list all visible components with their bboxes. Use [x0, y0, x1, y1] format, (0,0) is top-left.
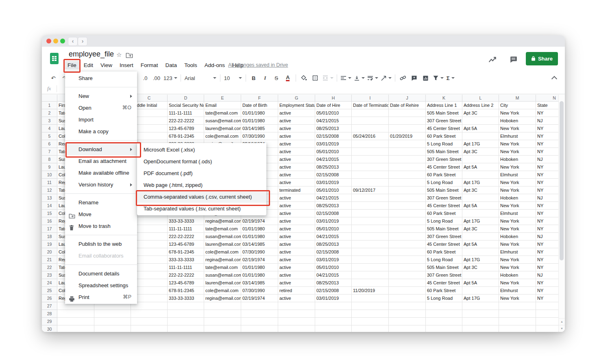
cell-d18[interactable]: 222-22-2222	[168, 233, 204, 240]
cell-l11[interactable]: Apt 17G	[462, 179, 499, 186]
cell-e28[interactable]	[204, 310, 241, 318]
cell-h11[interactable]: 03/01/2019	[315, 179, 352, 186]
cell-k4[interactable]: 45 Center Street	[426, 125, 462, 132]
cell-e20[interactable]: cole@email.com	[204, 248, 241, 256]
cell-k13[interactable]: 307 Green Street	[426, 194, 462, 202]
font-size-select[interactable]: 10	[222, 75, 244, 81]
google-sheets-icon[interactable]	[50, 53, 59, 64]
cell-h21[interactable]: 03/01/2019	[315, 256, 352, 264]
cell-m15[interactable]: Elmhurst	[499, 210, 536, 217]
cell-m2[interactable]: New York	[499, 109, 536, 117]
cell-g22[interactable]: active	[278, 264, 315, 271]
cell-n28[interactable]	[536, 310, 559, 318]
cell-g3[interactable]: active	[278, 117, 315, 125]
cell-m25[interactable]: Elmhurst	[499, 287, 536, 295]
cell-d21[interactable]: 333-33-3333	[168, 256, 204, 264]
cell-j15[interactable]	[389, 210, 426, 217]
cell-g2[interactable]: active	[278, 109, 315, 117]
cell-k8[interactable]: 307 Green Street	[426, 156, 462, 163]
cell-e27[interactable]	[204, 302, 241, 310]
cell-h7[interactable]: 05/01/2010	[315, 148, 352, 156]
cell-k2[interactable]: 505 Main Street	[426, 109, 462, 117]
cell-l22[interactable]: Apt 3C	[462, 264, 499, 271]
cell-l29[interactable]	[462, 318, 499, 325]
cell-j24[interactable]	[389, 279, 426, 287]
cell-m23[interactable]: Hoboken	[499, 271, 536, 279]
row-header-17[interactable]: 17	[42, 225, 57, 233]
cell-h15[interactable]: 02/15/2008	[315, 210, 352, 217]
bold-button[interactable]: B	[249, 74, 258, 82]
comment-history-icon[interactable]	[510, 56, 517, 65]
cell-e21[interactable]: regina@email.com	[204, 256, 241, 264]
cell-j12[interactable]	[389, 186, 426, 194]
cell-n30[interactable]	[536, 325, 559, 332]
explore-insights-icon[interactable]	[488, 56, 497, 65]
cell-g26[interactable]: active	[278, 295, 315, 302]
row-header-20[interactable]: 20	[42, 248, 57, 256]
text-color-button[interactable]: A	[283, 74, 292, 82]
document-title[interactable]: employee_file	[69, 50, 114, 58]
cell-d17[interactable]: 111-11-1111	[168, 225, 204, 233]
cell-l25[interactable]	[462, 287, 499, 295]
cell-k30[interactable]	[426, 325, 462, 332]
cell-g14[interactable]: active	[278, 202, 315, 210]
row-header-10[interactable]: 10	[42, 171, 57, 179]
cell-f4[interactable]: 03/14/1985	[241, 125, 278, 132]
cell-n11[interactable]: NY	[536, 179, 559, 186]
cell-g8[interactable]: active	[278, 156, 315, 163]
cell-k1[interactable]: Address Line 1	[426, 102, 462, 109]
cell-l5[interactable]	[462, 132, 499, 140]
cell-l21[interactable]: Apt 17G	[462, 256, 499, 264]
row-header-13[interactable]: 13	[42, 194, 57, 202]
number-format-button[interactable]: 123	[163, 74, 177, 82]
file-menu-item-move[interactable]: Move	[65, 208, 137, 220]
column-header-g[interactable]: G	[278, 95, 315, 102]
cell-h19[interactable]: 08/25/2013	[315, 240, 352, 248]
download-submenu-item-microsoft-excel-xlsx[interactable]: Microsoft Excel (.xlsx)	[137, 144, 266, 156]
cell-e16[interactable]: regina@email.com	[204, 217, 241, 225]
cell-h12[interactable]: 05/01/2010	[315, 186, 352, 194]
cell-m12[interactable]: New York	[499, 186, 536, 194]
cell-i25[interactable]: 11/20/2019	[352, 287, 389, 295]
file-menu-item-open[interactable]: Open⌘O	[65, 102, 137, 114]
cell-j3[interactable]	[389, 117, 426, 125]
cell-g15[interactable]: active	[278, 210, 315, 217]
cell-e3[interactable]: susan@email.com	[204, 117, 241, 125]
cell-k16[interactable]: 5 Long Road	[426, 217, 462, 225]
cell-n14[interactable]: NY	[536, 202, 559, 210]
cell-j13[interactable]	[389, 194, 426, 202]
cell-j17[interactable]	[389, 225, 426, 233]
file-menu-item-email-as-attachment[interactable]: Email as attachment	[65, 155, 137, 167]
cell-d25[interactable]: 678-91-2345	[168, 287, 204, 295]
functions-button[interactable]: Σ	[446, 74, 455, 82]
cell-l6[interactable]: Apt 17G	[462, 140, 499, 148]
cell-n13[interactable]: NJ	[536, 194, 559, 202]
cell-l28[interactable]	[462, 310, 499, 318]
cell-h8[interactable]: 04/21/2015	[315, 156, 352, 163]
cell-d5[interactable]: 678-91-2345	[168, 132, 204, 140]
cell-h28[interactable]	[315, 310, 352, 318]
cell-i27[interactable]	[352, 302, 389, 310]
row-header-21[interactable]: 21	[42, 256, 57, 264]
cell-g9[interactable]: active	[278, 163, 315, 171]
cell-h9[interactable]: 08/25/2013	[315, 163, 352, 171]
cell-l19[interactable]: Apt 5A	[462, 240, 499, 248]
cell-g25[interactable]: retired	[278, 287, 315, 295]
cell-k22[interactable]: 505 Main Street	[426, 264, 462, 271]
horizontal-align-icon[interactable]	[340, 74, 351, 82]
cell-e24[interactable]: lauren@email.com	[204, 279, 241, 287]
cell-j25[interactable]	[389, 287, 426, 295]
cell-k7[interactable]: 505 Main Street	[426, 148, 462, 156]
cell-h25[interactable]: 02/15/2008	[315, 287, 352, 295]
cell-j10[interactable]	[389, 171, 426, 179]
cell-n2[interactable]: NY	[536, 109, 559, 117]
cell-f24[interactable]: 03/14/1985	[241, 279, 278, 287]
cell-a29[interactable]	[57, 318, 94, 325]
strikethrough-button[interactable]: S	[272, 74, 281, 82]
cell-e26[interactable]: regina@email.com	[204, 295, 241, 302]
cell-b30[interactable]	[94, 325, 131, 332]
cell-g10[interactable]: active	[278, 171, 315, 179]
row-header-1[interactable]: 1	[42, 102, 57, 109]
cell-n20[interactable]: NY	[536, 248, 559, 256]
share-button[interactable]: Share	[526, 52, 558, 65]
